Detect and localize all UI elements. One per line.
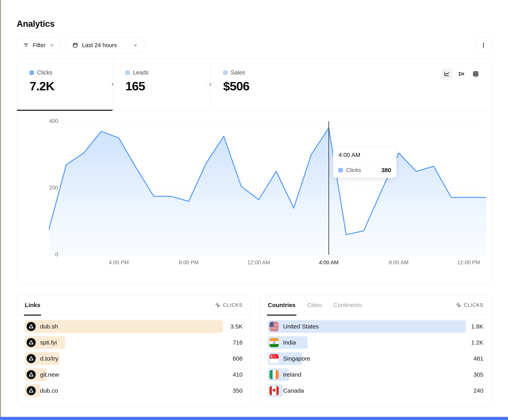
expand-leads-button[interactable]: [108, 80, 117, 89]
row-value: 3.5K: [230, 323, 243, 330]
calendar-icon: [72, 42, 78, 48]
chevron-down-icon: [49, 42, 54, 48]
clicks-legend-swatch: [30, 71, 34, 75]
page-title: Analytics: [17, 19, 54, 29]
links-panel-header: Links CLICKS: [17, 295, 251, 315]
links-panel: Links CLICKS dub.sh3.5Kspti.fyi716d.to/t…: [17, 295, 251, 406]
y-gridline: [49, 121, 486, 122]
stats-row: Clicks 7.2K Leads 165 Sales: [17, 59, 491, 110]
links-metric-toggle[interactable]: CLICKS: [215, 302, 243, 308]
y-axis-label: 0: [29, 252, 58, 258]
screen-edge-bottom: [0, 417, 508, 420]
row-label: d.to/try: [40, 355, 58, 362]
link-row[interactable]: d.to/try606: [25, 352, 243, 365]
country-row[interactable]: Ireland305: [268, 368, 483, 381]
in-flag-icon: [269, 338, 279, 347]
clicks-time-series-chart[interactable]: 4:00 AM Clicks 380 02004004:00 PM8:00 PM…: [17, 110, 491, 283]
y-axis-label: 400: [29, 118, 58, 124]
y-gridline: [49, 188, 486, 188]
countries-metric-toggle[interactable]: CLICKS: [456, 302, 483, 308]
row-value: 240: [473, 387, 483, 394]
country-row[interactable]: Canada240: [268, 384, 483, 397]
tooltip-metric-value: 380: [381, 167, 391, 174]
row-label: git.new: [40, 371, 59, 378]
row-label: spti.fyi: [40, 339, 57, 346]
links-tab-underline: [24, 315, 41, 316]
row-label: United States: [283, 323, 319, 330]
countries-tab-underline: [267, 315, 296, 316]
tab-leads[interactable]: Leads 165: [113, 59, 210, 110]
leads-value: 165: [125, 79, 210, 93]
link-row[interactable]: dub.sh3.5K: [25, 320, 243, 333]
tab-clicks[interactable]: Clicks 7.2K: [17, 59, 112, 110]
link-row[interactable]: git.new410: [25, 368, 243, 381]
tab-continents[interactable]: Continents: [333, 302, 362, 308]
date-range-button[interactable]: Last 24 hours: [66, 37, 144, 53]
funnel-chart-view-button[interactable]: [456, 68, 467, 80]
filter-button[interactable]: Filter: [17, 37, 61, 53]
ca-flag-icon: [269, 386, 279, 395]
dub-logo-icon: [27, 386, 36, 395]
clicks-value: 7.2K: [30, 79, 112, 93]
chart-type-switcher: [441, 68, 481, 80]
x-axis-label: 4:00 PM: [97, 260, 141, 266]
row-label: dub.sh: [40, 323, 58, 330]
tab-sales[interactable]: Sales $506: [210, 59, 306, 110]
x-axis-label: 4:00 AM: [307, 260, 351, 266]
expand-sales-button[interactable]: [206, 80, 215, 89]
row-label: Canada: [283, 387, 304, 394]
ie-flag-icon: [269, 370, 279, 379]
countries-panel: Countries Cities Continents CLICKS Unite…: [260, 295, 492, 406]
analytics-chart-card: Clicks 7.2K Leads 165 Sales: [17, 58, 492, 284]
row-value: 410: [233, 371, 243, 378]
chart-hover-line: [329, 121, 329, 255]
sales-legend-swatch: [223, 71, 228, 75]
y-axis-label: 200: [29, 185, 58, 191]
link-row[interactable]: spti.fyi716: [25, 336, 243, 349]
kebab-icon: [480, 42, 487, 49]
tooltip-metric-label: Clicks: [346, 167, 361, 173]
countries-panel-header: Countries Cities Continents CLICKS: [260, 295, 491, 315]
table-view-button[interactable]: [470, 68, 481, 80]
dub-logo-icon: [27, 370, 36, 379]
country-row[interactable]: Singapore481: [268, 352, 483, 365]
country-row[interactable]: United States1.8K: [268, 320, 483, 333]
filter-icon: [23, 42, 29, 48]
more-options-button[interactable]: [475, 37, 492, 53]
dub-logo-icon: [27, 354, 36, 363]
leads-legend-swatch: [125, 71, 130, 75]
toolbar: Filter Last 24 hours: [17, 37, 492, 53]
tooltip-time: 4:00 AM: [333, 147, 396, 163]
row-label: Singapore: [283, 355, 310, 362]
row-value: 1.2K: [471, 339, 483, 346]
x-axis-label: 12:00 PM: [447, 260, 491, 266]
tab-links[interactable]: Links: [25, 302, 40, 308]
mouse-pointer-click-icon: [215, 302, 221, 308]
dub-logo-icon: [27, 322, 36, 331]
chart-tooltip: 4:00 AM Clicks 380: [333, 147, 396, 178]
sales-value: $506: [223, 79, 306, 93]
row-value: 350: [233, 387, 243, 394]
mouse-pointer-click-icon: [456, 302, 461, 308]
x-axis-label: 8:00 PM: [167, 260, 211, 266]
screen-edge-left: [0, 0, 1, 420]
dub-logo-icon: [27, 338, 36, 347]
line-chart-view-button[interactable]: [441, 68, 452, 80]
row-value: 716: [233, 339, 243, 346]
x-axis-label: 12:00 AM: [237, 260, 280, 266]
tooltip-clicks-swatch: [338, 168, 343, 172]
country-row[interactable]: India1.2K: [268, 336, 483, 349]
link-row[interactable]: dub.co350: [25, 384, 243, 397]
row-label: dub.co: [40, 387, 58, 394]
row-label: India: [283, 339, 296, 346]
tab-cities[interactable]: Cities: [307, 302, 322, 308]
x-axis-label: 8:00 AM: [377, 260, 420, 266]
row-value: 606: [233, 355, 243, 362]
chevron-down-icon: [133, 42, 138, 48]
tab-countries[interactable]: Countries: [268, 302, 296, 308]
us-flag-icon: [269, 322, 279, 331]
row-value: 305: [473, 371, 483, 378]
y-gridline: [49, 255, 486, 255]
row-value: 481: [473, 355, 483, 362]
row-label: Ireland: [283, 371, 301, 378]
